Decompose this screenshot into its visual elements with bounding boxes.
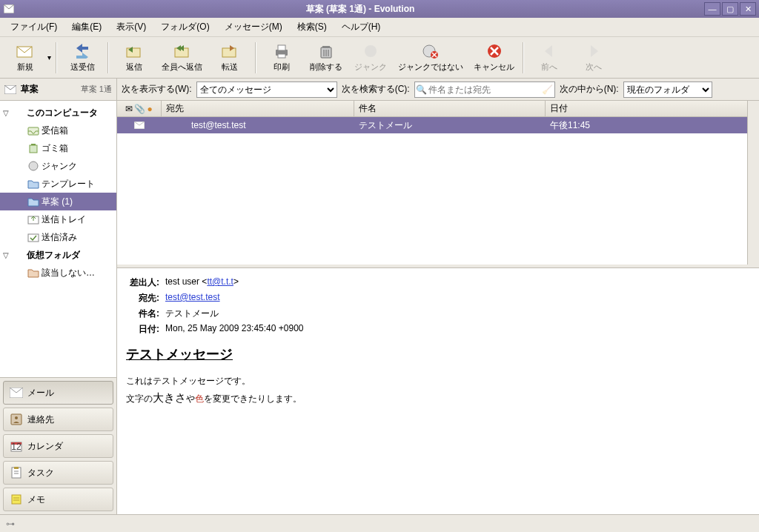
menu-file[interactable]: ファイル(F) bbox=[3, 19, 64, 35]
new-button[interactable]: 新規 bbox=[3, 39, 47, 76]
tree-item[interactable]: テンプレート bbox=[0, 175, 116, 193]
col-date[interactable]: 日付 bbox=[546, 101, 759, 116]
print-icon bbox=[273, 42, 291, 60]
preview-pane: 差出人: test user <tt@t.t.t> 宛先: test@test.… bbox=[117, 267, 759, 514]
mail-new-icon bbox=[16, 42, 34, 60]
send-receive-icon bbox=[73, 42, 91, 60]
cancel-button[interactable]: キャンセル bbox=[468, 39, 520, 76]
tree-label: ジャンク bbox=[42, 160, 77, 173]
sent-icon bbox=[27, 232, 40, 242]
search-icon[interactable]: 🔍 bbox=[415, 84, 428, 95]
next-icon bbox=[585, 42, 603, 60]
list-header: ✉ 📎 ● 宛先 件名 日付 bbox=[117, 101, 759, 117]
show-label: 次を表示する(W): bbox=[122, 83, 192, 96]
from-email-link[interactable]: tt@t.t.t bbox=[207, 276, 233, 287]
svg-rect-38 bbox=[12, 495, 21, 504]
tree-label: このコンピュータ bbox=[27, 107, 98, 119]
folder-header: 草案 草案 1通 bbox=[0, 79, 116, 101]
message-row[interactable]: test@test.testテストメール午後11:45 bbox=[117, 117, 759, 133]
tree-item[interactable]: 草案 (1) bbox=[0, 193, 116, 210]
col-to[interactable]: 宛先 bbox=[162, 101, 354, 116]
forward-button[interactable]: 転送 bbox=[208, 39, 252, 76]
body-line1: これはテストメッセージです。 bbox=[126, 373, 750, 388]
tree-label: ゴミ箱 bbox=[42, 142, 68, 155]
switcher-tasks[interactable]: タスク bbox=[3, 461, 113, 485]
menu-message[interactable]: メッセージ(M) bbox=[217, 19, 290, 35]
search-field-wrap: 🔍 🧹 bbox=[414, 82, 555, 98]
toolbar-separator bbox=[523, 42, 524, 73]
svg-rect-7 bbox=[278, 54, 285, 58]
junk-button: ジャンク bbox=[348, 39, 393, 76]
menu-help[interactable]: ヘルプ(H) bbox=[334, 19, 388, 35]
tree-header[interactable]: ▽仮想フォルダ bbox=[0, 246, 116, 264]
switcher-calendar[interactable]: 12カレンダ bbox=[3, 434, 113, 458]
scope-label: 次の中から(N): bbox=[560, 83, 619, 96]
tree-item[interactable]: ジャンク bbox=[0, 157, 116, 175]
date-value: Mon, 25 May 2009 23:45:40 +0900 bbox=[163, 322, 305, 336]
svg-point-30 bbox=[15, 416, 18, 419]
svg-rect-9 bbox=[322, 46, 330, 48]
toolbar: 新規 ▾ 送受信 返信 全員へ返信 転送 印刷 削除する ジャンク ジャンクでは… bbox=[0, 37, 759, 79]
inbox-icon bbox=[27, 125, 40, 136]
svg-rect-4 bbox=[222, 48, 236, 57]
tree-item[interactable]: 受信箱 bbox=[0, 122, 116, 139]
tree-item[interactable]: 該当しない… bbox=[0, 264, 116, 282]
list-scrollbar[interactable] bbox=[747, 101, 759, 265]
maximize-button[interactable]: ▢ bbox=[722, 2, 738, 16]
subject-value: テストメール bbox=[163, 307, 305, 321]
minimize-button[interactable]: — bbox=[704, 2, 720, 16]
switcher-contacts[interactable]: 連絡先 bbox=[3, 408, 113, 431]
row-icon bbox=[117, 122, 162, 129]
mail-icon bbox=[10, 388, 23, 398]
next-button: 次へ bbox=[571, 39, 616, 76]
reply-all-icon bbox=[173, 42, 191, 60]
contacts-icon bbox=[10, 413, 23, 425]
tree-label: 送信トレイ bbox=[42, 213, 86, 226]
clear-search-icon[interactable]: 🧹 bbox=[541, 84, 554, 95]
tree-item[interactable]: 送信済み bbox=[0, 228, 116, 246]
importance-icon: ● bbox=[147, 104, 152, 114]
reply-all-button[interactable]: 全員へ返信 bbox=[156, 39, 208, 76]
expand-arrow-icon: ▽ bbox=[3, 251, 12, 259]
svg-point-25 bbox=[29, 162, 38, 170]
print-button[interactable]: 印刷 bbox=[259, 39, 304, 76]
message-list: ✉ 📎 ● 宛先 件名 日付 test@test.testテストメール午後11:… bbox=[117, 101, 759, 267]
switcher-label: カレンダ bbox=[27, 440, 63, 453]
envelope-icon: ✉ bbox=[125, 104, 133, 114]
cancel-icon bbox=[485, 42, 503, 60]
menu-edit[interactable]: 編集(E) bbox=[64, 19, 109, 35]
status-bar: ⊶ bbox=[0, 514, 759, 532]
body-line2: 文字の大きさや色を変更できたりします。 bbox=[126, 388, 750, 408]
menu-folder[interactable]: フォルダ(O) bbox=[153, 19, 216, 35]
not-junk-button[interactable]: ジャンクではない bbox=[393, 39, 468, 76]
expand-arrow-icon: ▽ bbox=[3, 109, 12, 117]
close-button[interactable]: ✕ bbox=[740, 2, 756, 16]
tree-label: 送信済み bbox=[42, 231, 77, 244]
app-icon bbox=[3, 3, 15, 15]
tree-header[interactable]: ▽このコンピュータ bbox=[0, 104, 116, 122]
attachment-icon: 📎 bbox=[134, 104, 145, 114]
menu-search[interactable]: 検索(S) bbox=[290, 19, 334, 35]
col-flags[interactable]: ✉ 📎 ● bbox=[117, 101, 162, 116]
search-input[interactable] bbox=[428, 84, 541, 95]
new-dropdown-icon[interactable]: ▾ bbox=[46, 52, 53, 63]
switcher-mail[interactable]: メール bbox=[3, 381, 113, 405]
tree-item[interactable]: 送信トレイ bbox=[0, 210, 116, 228]
scope-select[interactable]: 現在のフォルダ bbox=[623, 82, 712, 98]
switcher-memo[interactable]: メモ bbox=[3, 488, 113, 511]
col-subject[interactable]: 件名 bbox=[354, 101, 546, 116]
folder-icon bbox=[27, 196, 40, 207]
from-value: test user <tt@t.t.t> bbox=[163, 276, 305, 290]
tree-label: 受信箱 bbox=[42, 124, 68, 137]
switcher-label: 連絡先 bbox=[27, 413, 54, 426]
vfolder-icon bbox=[27, 267, 40, 278]
svg-rect-23 bbox=[30, 145, 37, 153]
menu-view[interactable]: 表示(V) bbox=[109, 19, 153, 35]
delete-button[interactable]: 削除する bbox=[304, 39, 348, 76]
mail-icon bbox=[4, 85, 18, 94]
reply-button[interactable]: 返信 bbox=[112, 39, 156, 76]
show-select[interactable]: 全てのメッセージ bbox=[196, 82, 337, 98]
tree-item[interactable]: ゴミ箱 bbox=[0, 139, 116, 157]
to-email-link[interactable]: test@test.test bbox=[165, 292, 220, 302]
send-receive-button[interactable]: 送受信 bbox=[60, 39, 105, 76]
